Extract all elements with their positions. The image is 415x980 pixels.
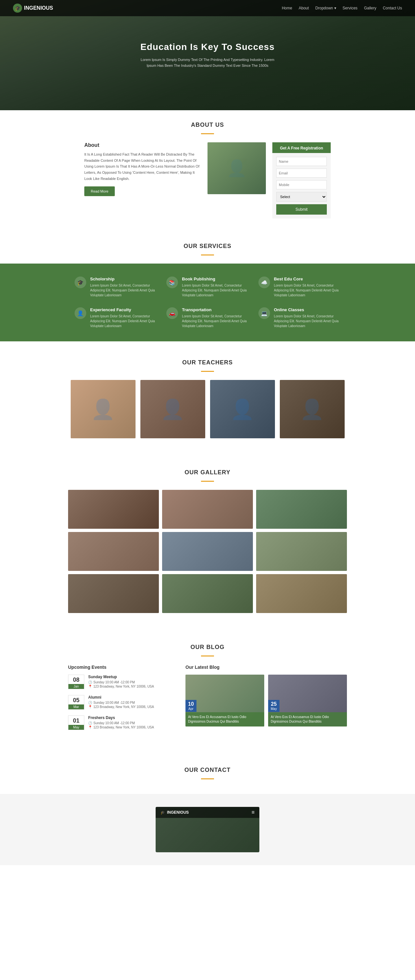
service-item-1: 📚 Book Publishing Lorem Ipsum Dolor Sit …: [166, 277, 248, 298]
about-section-title: ABOUT US: [0, 110, 415, 132]
about-text-block: About It Is A Long Established Fact That…: [84, 142, 201, 218]
events-column: Upcoming Events 08 Jan Sunday Meetup 🕐 S…: [68, 665, 176, 736]
service-content-0: Scholorship Lorem Ipsum Dolor Sit Amet, …: [90, 277, 157, 298]
event-info-1: Alumni 🕐 Sunday 10:00 AM -12:00 PM 📍 123…: [88, 695, 154, 709]
event-location-1: 📍 123 Broadway, New York, NY 10006, USA: [88, 705, 154, 709]
logo[interactable]: 🎓 INGENIOUS: [13, 3, 282, 13]
read-more-button[interactable]: Read More: [84, 186, 115, 196]
gallery-section-title: OUR GALLERY: [0, 458, 415, 479]
event-title-0: Sunday Meetup: [88, 675, 154, 679]
footer-preview: 🎓 INGENIOUS ≡: [0, 794, 415, 865]
service-icon-4: 🚗: [166, 307, 178, 319]
blog-card-0[interactable]: 10 Apr At Vero Eos Et Accusamus Et Iusto…: [186, 675, 264, 727]
event-item-0: 08 Jan Sunday Meetup 🕐 Sunday 10:00 AM -…: [68, 675, 176, 689]
event-info-2: Freshers Days 🕐 Sunday 10:00 AM -12:00 P…: [88, 716, 154, 730]
teachers-section-title: OUR TEACHERS: [0, 348, 415, 369]
nav-home[interactable]: Home: [282, 6, 292, 10]
service-content-2: Best Edu Core Lorem Ipsum Dolor Sit Amet…: [274, 277, 340, 298]
nav-dropdown[interactable]: Dropdown: [315, 6, 336, 10]
gallery-item-6[interactable]: [68, 574, 159, 613]
nav-contact[interactable]: Contact Us: [383, 6, 402, 10]
service-text-2: Lorem Ipsum Dolor Sit Amet, Consectetur …: [274, 283, 340, 298]
event-time-2: 🕐 Sunday 10:00 AM -12:00 PM: [88, 721, 154, 725]
registration-name-input[interactable]: [276, 157, 327, 166]
hero-subtitle: Lorem Ipsum Is Simply Dummy Text Of The …: [140, 57, 275, 68]
service-item-4: 🚗 Transportation Lorem Ipsum Dolor Sit A…: [166, 307, 248, 328]
contact-section-title: OUR CONTACT: [0, 755, 415, 777]
event-day-0: 08: [72, 676, 81, 683]
navbar: 🎓 INGENIOUS Home About Dropdown Services…: [0, 0, 415, 16]
teacher-card-0: 👤: [71, 380, 135, 438]
gallery-item-7[interactable]: [162, 574, 253, 613]
gallery-item-8[interactable]: [256, 574, 347, 613]
service-icon-1: 📚: [166, 277, 178, 288]
logo-icon: 🎓: [13, 3, 22, 13]
service-text-1: Lorem Ipsum Dolor Sit Amet, Consectetur …: [182, 283, 248, 298]
blog-day-0: 10: [188, 701, 194, 707]
event-title-2: Freshers Days: [88, 716, 154, 720]
blog-month-0: Apr: [188, 707, 194, 711]
clock-icon-1: 🕐: [88, 701, 92, 705]
blog-cards: 10 Apr At Vero Eos Et Accusamus Et Iusto…: [186, 675, 347, 727]
service-title-3: Experienced Faculty: [90, 307, 157, 312]
registration-title: Get A Free Registration: [272, 143, 331, 153]
teacher-card-2: 👤: [210, 380, 275, 438]
service-icon-5: 💻: [258, 307, 270, 319]
service-title-1: Book Publishing: [182, 277, 248, 282]
service-title-0: Scholorship: [90, 277, 157, 282]
event-info-0: Sunday Meetup 🕐 Sunday 10:00 AM -12:00 P…: [88, 675, 154, 689]
teachers-grid: 👤 👤 👤 👤: [62, 380, 353, 438]
gallery-item-4[interactable]: [162, 532, 253, 571]
footer-mini-logo: 🎓 INGENIOUS: [161, 810, 189, 815]
service-item-5: 💻 Online Classes Lorem Ipsum Dolor Sit A…: [258, 307, 340, 328]
clock-icon-0: 🕐: [88, 681, 92, 684]
registration-submit-button[interactable]: Submit: [276, 204, 327, 215]
blog-card-text-1: At Vero Eos Et Accusamus Et Iusto Odio D…: [271, 715, 344, 724]
registration-select[interactable]: Select: [276, 192, 327, 202]
gallery-section: OUR GALLERY: [0, 451, 415, 626]
about-image: 👤: [208, 142, 266, 194]
contact-section: OUR CONTACT: [0, 749, 415, 794]
registration-mobile-input[interactable]: [276, 180, 327, 189]
clock-icon-2: 🕐: [88, 721, 92, 725]
gallery-item-5[interactable]: [256, 532, 347, 571]
event-item-1: 05 Mar Alumni 🕐 Sunday 10:00 AM -12:00 P…: [68, 695, 176, 710]
footer-mini-hero: 🎓 INGENIOUS ≡: [156, 807, 259, 852]
events-title: Upcoming Events: [68, 665, 176, 670]
services-outer: OUR SERVICES: [0, 231, 415, 255]
about-heading: About: [84, 142, 201, 148]
event-item-2: 01 May Freshers Days 🕐 Sunday 10:00 AM -…: [68, 716, 176, 730]
blog-section: OUR BLOG Upcoming Events 08 Jan Sunday M…: [0, 626, 415, 749]
nav-services[interactable]: Services: [343, 6, 358, 10]
blog-card-overlay-1: At Vero Eos Et Accusamus Et Iusto Odio D…: [268, 712, 347, 727]
about-container: About It Is A Long Established Fact That…: [78, 142, 337, 218]
blog-card-1[interactable]: 25 May At Vero Eos Et Accusamus Et Iusto…: [268, 675, 347, 727]
teacher-card-1: 👤: [140, 380, 205, 438]
teacher-placeholder-3: 👤: [280, 380, 345, 438]
gallery-item-0[interactable]: [68, 490, 159, 529]
registration-box: Get A Free Registration Select Submit: [272, 142, 331, 218]
hamburger-icon[interactable]: ≡: [251, 810, 254, 815]
service-content-4: Transportation Lorem Ipsum Dolor Sit Ame…: [182, 307, 248, 328]
hero-content: Education Is Key To Success Lorem Ipsum …: [140, 42, 275, 68]
services-section: 🎓 Scholorship Lorem Ipsum Dolor Sit Amet…: [0, 264, 415, 341]
registration-email-input[interactable]: [276, 169, 327, 178]
services-grid: 🎓 Scholorship Lorem Ipsum Dolor Sit Amet…: [62, 277, 353, 328]
gallery-item-3[interactable]: [68, 532, 159, 571]
service-item-0: 🎓 Scholorship Lorem Ipsum Dolor Sit Amet…: [75, 277, 157, 298]
nav-about[interactable]: About: [299, 6, 308, 10]
event-time-1: 🕐 Sunday 10:00 AM -12:00 PM: [88, 701, 154, 705]
service-text-4: Lorem Ipsum Dolor Sit Amet, Consectetur …: [182, 314, 248, 328]
hero-section: Education Is Key To Success Lorem Ipsum …: [0, 0, 415, 110]
service-content-1: Book Publishing Lorem Ipsum Dolor Sit Am…: [182, 277, 248, 298]
service-text-0: Lorem Ipsum Dolor Sit Amet, Consectetur …: [90, 283, 157, 298]
nav-gallery[interactable]: Gallery: [364, 6, 377, 10]
gallery-item-2[interactable]: [256, 490, 347, 529]
gallery-item-1[interactable]: [162, 490, 253, 529]
event-month-0: Jan: [68, 684, 84, 689]
services-section-title: OUR SERVICES: [0, 231, 415, 253]
blog-card-overlay-0: At Vero Eos Et Accusamus Et Iusto Odio D…: [186, 712, 264, 727]
nav-links: Home About Dropdown Services Gallery Con…: [282, 6, 402, 10]
blog-month-1: May: [271, 707, 277, 711]
service-title-2: Best Edu Core: [274, 277, 340, 282]
